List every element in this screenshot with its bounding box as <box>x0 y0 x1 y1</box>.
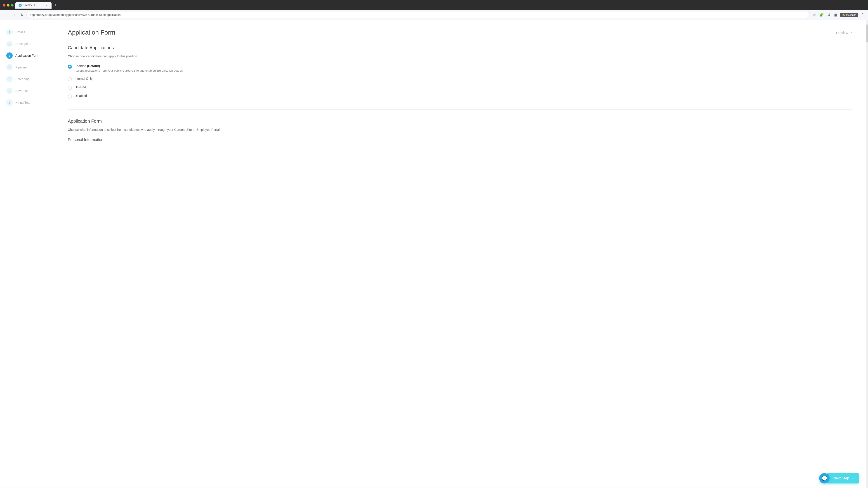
sidebar-item-details[interactable]: 1 Details <box>4 27 50 37</box>
incognito-badge: 🕵 Incognito <box>840 13 858 17</box>
active-tab[interactable]: B Breezy HR ✕ <box>16 2 52 8</box>
radio-label-internal: Internal Only <box>74 77 92 80</box>
sidebar-label-description: Description <box>16 42 31 46</box>
radio-enabled-subtext: Accept applications from your public Car… <box>74 69 184 73</box>
chat-icon: 💬 <box>822 476 827 481</box>
candidate-applications-section: Candidate Applications Choose how candid… <box>68 45 852 98</box>
extensions-button[interactable]: 🧩 <box>818 12 825 18</box>
scroll-track[interactable] <box>866 20 868 488</box>
sidebar-label-details: Details <box>16 30 25 34</box>
sidebar-label-pipeline: Pipeline <box>16 66 27 69</box>
back-button[interactable]: ← <box>3 12 9 18</box>
nav-icons: ☆ 🧩 ⬇ ▣ 🕵 Incognito ⋮ <box>812 12 865 18</box>
radio-enabled-text: Enabled (Default) <box>74 64 184 68</box>
refresh-button[interactable]: ↻ <box>19 12 25 18</box>
tab-bar: B Breezy HR ✕ + <box>16 2 59 8</box>
address-bar[interactable]: app.breezy.hr/app/c/moodjoy/positions/59… <box>26 12 810 18</box>
sidebar-item-description[interactable]: 2 Description <box>4 38 50 49</box>
sidebar-item-screening[interactable]: 5 Screening <box>4 74 50 85</box>
step-circle-5: 5 <box>6 76 13 82</box>
sidebar-item-advertise[interactable]: 6 Advertise <box>4 86 50 96</box>
preview-label: Preview <box>836 31 848 35</box>
radio-disabled-text: Disabled <box>74 94 87 98</box>
browser-chrome: B Breezy HR ✕ + <box>0 0 868 10</box>
page-title: Application Form <box>68 29 115 36</box>
candidate-applications-radio-group: Enabled (Default) Accept applications fr… <box>68 64 852 98</box>
default-badge: (Default) <box>87 64 100 68</box>
minimize-button[interactable] <box>7 4 9 6</box>
radio-option-disabled[interactable]: Disabled <box>68 94 852 98</box>
radio-internal-text: Internal Only <box>74 77 92 80</box>
step-circle-6: 6 <box>6 88 13 94</box>
bookmark-button[interactable]: ☆ <box>812 12 817 18</box>
window-controls <box>3 4 13 6</box>
chat-bubble[interactable]: 💬 <box>819 473 830 484</box>
step-circle-2: 2 <box>6 41 13 47</box>
sidebar-item-application-form[interactable]: 3 Application Form <box>4 50 50 61</box>
more-options-button[interactable]: ⋮ <box>860 12 865 18</box>
incognito-icon: 🕵 <box>842 13 845 16</box>
radio-label-unlisted: Unlisted <box>74 86 86 89</box>
sidebar-item-pipeline[interactable]: 4 Pipeline <box>4 62 50 73</box>
application-form-section-title: Application Form <box>68 119 852 124</box>
page-header: Application Form Preview ↗ <box>68 29 852 36</box>
candidate-applications-desc: Choose how candidates can apply to this … <box>68 54 852 59</box>
maximize-button[interactable] <box>11 4 13 6</box>
forward-button[interactable]: → <box>11 12 17 18</box>
new-tab-button[interactable]: + <box>53 2 59 8</box>
sidebar-label-advertise: Advertise <box>16 89 29 93</box>
url-text: app.breezy.hr/app/c/moodjoy/positions/59… <box>30 13 121 17</box>
sidebar-item-hiring-team[interactable]: 7 Hiring Team <box>4 97 50 108</box>
next-step-button[interactable]: Next Step › <box>827 473 859 484</box>
radio-disabled[interactable] <box>68 94 72 98</box>
radio-unlisted-text: Unlisted <box>74 86 86 89</box>
close-button[interactable] <box>3 4 5 6</box>
content-area: Application Form Preview ↗ Candidate App… <box>54 20 866 488</box>
application-form-section: Application Form Choose what information… <box>68 119 852 142</box>
radio-unlisted[interactable] <box>68 86 72 90</box>
sidebar: 1 Details 2 Description 3 Application Fo… <box>0 20 54 488</box>
tab-close-button[interactable]: ✕ <box>45 3 49 7</box>
next-step-arrow: › <box>851 476 852 480</box>
download-button[interactable]: ⬇ <box>827 12 831 18</box>
next-step-label: Next Step <box>833 476 849 480</box>
radio-label-disabled: Disabled <box>74 94 87 98</box>
radio-option-enabled[interactable]: Enabled (Default) Accept applications fr… <box>68 64 852 73</box>
scroll-thumb <box>866 24 868 42</box>
sidebar-label-screening: Screening <box>16 77 30 81</box>
radio-option-internal[interactable]: Internal Only <box>68 77 852 81</box>
step-circle-3: 3 <box>6 53 13 59</box>
sidebar-label-hiring-team: Hiring Team <box>16 101 32 104</box>
layout-button[interactable]: ▣ <box>833 12 838 18</box>
tab-label: Breezy HR <box>24 4 37 7</box>
step-circle-1: 1 <box>6 29 13 35</box>
incognito-label: Incognito <box>846 13 856 16</box>
main-layout: 1 Details 2 Description 3 Application Fo… <box>0 20 868 488</box>
radio-option-unlisted[interactable]: Unlisted <box>68 86 852 90</box>
radio-internal[interactable] <box>68 77 72 81</box>
external-link-icon: ↗ <box>849 31 852 34</box>
nav-bar: ← → ↻ app.breezy.hr/app/c/moodjoy/positi… <box>0 10 868 20</box>
sidebar-label-application-form: Application Form <box>16 54 39 57</box>
radio-label-enabled: Enabled (Default) Accept applications fr… <box>74 64 184 73</box>
tab-favicon: B <box>19 4 22 7</box>
application-form-desc: Choose what information to collect from … <box>68 127 852 132</box>
step-circle-4: 4 <box>6 64 13 70</box>
step-circle-7: 7 <box>6 99 13 106</box>
candidate-applications-title: Candidate Applications <box>68 45 852 51</box>
radio-enabled[interactable] <box>68 65 72 69</box>
personal-info-title: Personal Information <box>68 138 852 142</box>
preview-link[interactable]: Preview ↗ <box>836 31 852 35</box>
